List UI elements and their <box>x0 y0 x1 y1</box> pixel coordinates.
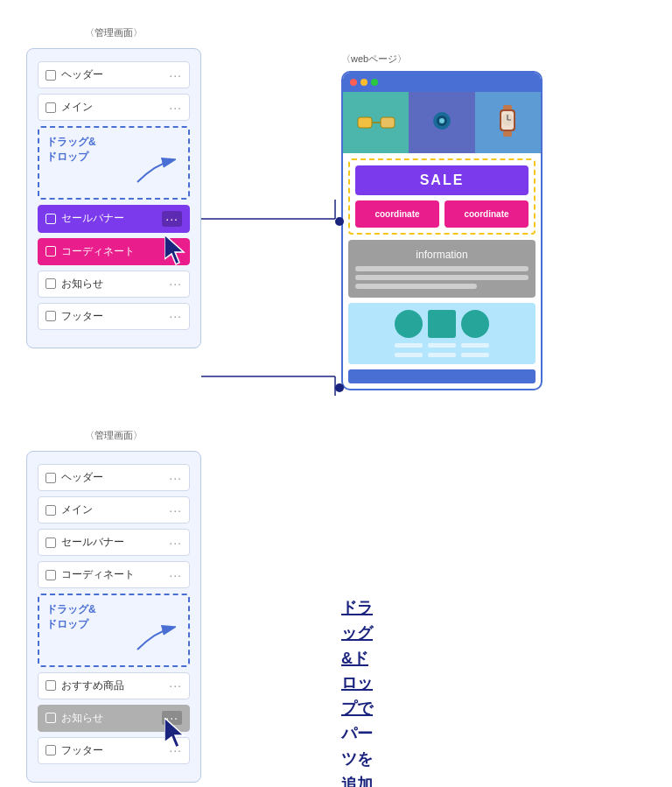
webpage-titlebar <box>343 73 541 92</box>
product-square <box>428 310 456 338</box>
bottom-admin-label: 〈管理画面〉 <box>26 429 201 442</box>
wp-info-bar-2 <box>355 275 528 280</box>
bot-checkbox-recommended <box>46 680 56 691</box>
svg-marker-18 <box>164 718 184 748</box>
dots-footer-top[interactable]: ··· <box>169 309 182 323</box>
top-row-main[interactable]: メイン ··· <box>38 94 190 121</box>
description-text: ドラッグ&ドロップで パーツを追加したり、 パーツの配置を変更できる <box>341 595 373 787</box>
product-circle-2 <box>461 310 489 338</box>
bot-dots-sale[interactable]: ··· <box>169 536 182 550</box>
wp-header-left <box>343 92 409 153</box>
drag-arrow-bottom <box>129 623 181 654</box>
bot-checkbox-header <box>46 473 56 483</box>
top-drag-drop-zone[interactable]: ドラッグ&ドロップ <box>38 126 190 200</box>
glasses-icon <box>357 113 396 132</box>
product-bar-3b <box>461 353 489 357</box>
bot-row-main[interactable]: メイン ··· <box>38 496 190 523</box>
desc-drag-text: ドラッグ&ドロップで <box>341 599 373 717</box>
bot-row-label-recommended: おすすめ商品 <box>61 678 124 693</box>
bot-row-header[interactable]: ヘッダー ··· <box>38 464 190 491</box>
bot-dots-recommended[interactable]: ··· <box>169 678 182 692</box>
dots-main[interactable]: ··· <box>169 101 182 115</box>
wp-header-mid <box>409 92 474 153</box>
svg-point-6 <box>439 118 444 123</box>
row-label-coord: コーディネート <box>61 244 135 259</box>
camera-icon <box>426 107 458 138</box>
webpage-label: 〈webページ〉 <box>341 53 407 66</box>
bot-dots-header[interactable]: ··· <box>169 471 182 485</box>
checkbox-main <box>46 102 56 113</box>
cursor-top <box>164 235 191 270</box>
connector-line-bottom <box>201 371 346 397</box>
bot-checkbox-sale <box>46 538 56 548</box>
wp-sale-section: SALE coordinate coordinate <box>348 158 536 235</box>
dots-header[interactable]: ··· <box>169 68 182 82</box>
wp-info-bar-3 <box>355 284 477 289</box>
desc-line1: ドラッグ&ドロップで <box>341 595 373 721</box>
top-admin-label: 〈管理画面〉 <box>26 26 201 39</box>
bot-drag-drop-zone[interactable]: ドラッグ&ドロップ <box>38 594 190 667</box>
wp-info-bar-1 <box>355 266 528 271</box>
svg-rect-13 <box>503 131 512 137</box>
bot-row-label-news: お知らせ <box>61 711 103 726</box>
bot-checkbox-main <box>46 505 56 516</box>
bot-row-label-footer: フッター <box>61 743 103 758</box>
checkbox-footer-top <box>46 311 56 321</box>
row-label-header: ヘッダー <box>61 67 103 82</box>
wp-coord-row: coordinate coordinate <box>355 200 528 228</box>
dot-green <box>371 79 378 86</box>
product-bar-1 <box>395 343 423 348</box>
watch-icon <box>495 105 520 140</box>
page-container: 〈管理画面〉 ヘッダー ··· メイン ··· ドラッグ&ドロップ <box>0 0 672 787</box>
checkbox-sale <box>46 214 56 224</box>
row-label-main: メイン <box>61 100 93 115</box>
row-label-footer-top: フッター <box>61 309 103 324</box>
row-label-news-top: お知らせ <box>61 277 103 292</box>
dot-red <box>350 79 357 86</box>
bot-dots-main[interactable]: ··· <box>169 503 182 517</box>
bot-checkbox-footer <box>46 745 56 755</box>
wp-product-1 <box>395 310 423 357</box>
row-label-sale: セールバナー <box>61 211 124 226</box>
top-row-news[interactable]: お知らせ ··· <box>38 271 190 298</box>
dot-yellow <box>360 79 368 86</box>
top-admin-panel: 〈管理画面〉 ヘッダー ··· メイン ··· ドラッグ&ドロップ <box>26 26 201 348</box>
bot-row-recommended[interactable]: おすすめ商品 ··· <box>38 672 190 699</box>
wp-products <box>348 303 536 364</box>
checkbox-header <box>46 70 56 81</box>
wp-header <box>343 92 541 153</box>
sale-text: SALE <box>420 172 465 187</box>
bot-row-label-header: ヘッダー <box>61 470 103 485</box>
wp-info-section: information <box>348 240 536 298</box>
wp-nav-bar <box>348 369 536 383</box>
cursor-bottom <box>164 718 191 753</box>
bot-row-coord[interactable]: コーディネート ··· <box>38 561 190 588</box>
top-row-header[interactable]: ヘッダー ··· <box>38 61 190 88</box>
wp-product-2 <box>428 310 456 357</box>
dots-sale[interactable]: ··· <box>162 211 182 227</box>
wp-coord-box-1: coordinate <box>355 200 439 228</box>
bot-row-sale[interactable]: セールバナー ··· <box>38 529 190 556</box>
desc-parts-add: パーツを追加したり、 <box>341 725 373 787</box>
connector-line-top <box>201 200 346 226</box>
bot-dots-coord[interactable]: ··· <box>169 568 182 582</box>
top-row-footer[interactable]: フッター ··· <box>38 303 190 330</box>
product-circle-1 <box>395 310 423 338</box>
product-bar-2 <box>428 343 456 348</box>
checkbox-coord <box>46 246 56 256</box>
wp-info-title: information <box>355 249 528 261</box>
top-admin-box: ヘッダー ··· メイン ··· ドラッグ&ドロップ <box>26 48 201 348</box>
svg-marker-0 <box>164 235 184 264</box>
checkbox-news-top <box>46 278 56 289</box>
drag-arrow-top <box>129 156 181 186</box>
dots-news-top[interactable]: ··· <box>169 277 182 291</box>
coord-text-2: coordinate <box>464 209 508 219</box>
bot-row-label-coord: コーディネート <box>61 567 135 582</box>
svg-rect-1 <box>358 117 372 128</box>
product-bar-1b <box>395 353 423 357</box>
bot-row-label-main: メイン <box>61 502 93 517</box>
top-row-sale[interactable]: セールバナー ··· <box>38 205 190 233</box>
bot-checkbox-news <box>46 713 56 723</box>
desc-line2: パーツを追加したり、 <box>341 721 373 787</box>
bot-checkbox-coord <box>46 570 56 580</box>
